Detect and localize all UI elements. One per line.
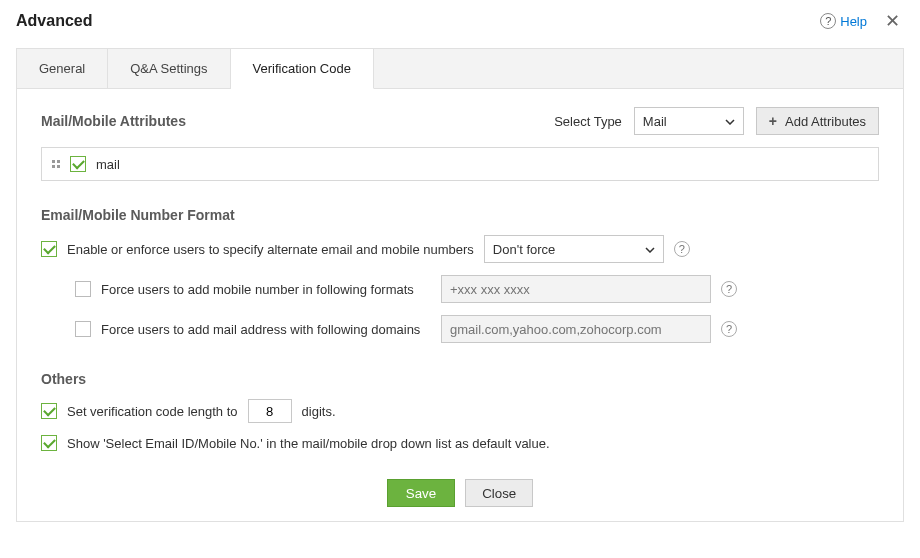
- tab-general[interactable]: General: [17, 49, 108, 88]
- default-dropdown-label: Show 'Select Email ID/Mobile No.' in the…: [67, 436, 550, 451]
- plus-icon: +: [769, 113, 777, 129]
- help-icon[interactable]: ?: [674, 241, 690, 257]
- mail-domain-input[interactable]: [441, 315, 711, 343]
- add-attributes-label: Add Attributes: [785, 114, 866, 129]
- code-length-input[interactable]: [248, 399, 292, 423]
- select-type-label: Select Type: [554, 114, 622, 129]
- force-mobile-format-checkbox[interactable]: [75, 281, 91, 297]
- code-length-prefix: Set verification code length to: [67, 404, 238, 419]
- mail-mobile-attributes-heading: Mail/Mobile Attributes: [41, 113, 186, 129]
- close-button[interactable]: Close: [465, 479, 533, 507]
- attribute-list: mail: [41, 147, 879, 181]
- help-label: Help: [840, 14, 867, 29]
- code-length-checkbox[interactable]: [41, 403, 57, 419]
- tabs: General Q&A Settings Verification Code: [17, 49, 903, 89]
- force-mobile-format-label: Force users to add mobile number in foll…: [101, 282, 431, 297]
- code-length-suffix: digits.: [302, 404, 336, 419]
- drag-handle-icon[interactable]: [52, 160, 60, 168]
- force-mode-dropdown[interactable]: Don't force: [484, 235, 664, 263]
- force-mail-domain-checkbox[interactable]: [75, 321, 91, 337]
- help-icon: ?: [820, 13, 836, 29]
- tab-qa-settings[interactable]: Q&A Settings: [108, 49, 230, 88]
- help-link[interactable]: ? Help: [820, 13, 867, 29]
- attribute-checkbox[interactable]: [70, 156, 86, 172]
- close-icon[interactable]: ✕: [881, 10, 904, 32]
- others-heading: Others: [41, 371, 879, 387]
- save-button[interactable]: Save: [387, 479, 455, 507]
- select-type-value: Mail: [643, 114, 667, 129]
- default-dropdown-checkbox[interactable]: [41, 435, 57, 451]
- force-mail-domain-label: Force users to add mail address with fol…: [101, 322, 431, 337]
- email-mobile-format-heading: Email/Mobile Number Format: [41, 207, 879, 223]
- enable-alternate-checkbox[interactable]: [41, 241, 57, 257]
- force-mode-value: Don't force: [493, 242, 555, 257]
- select-type-dropdown[interactable]: Mail: [634, 107, 744, 135]
- mobile-format-input[interactable]: [441, 275, 711, 303]
- help-icon[interactable]: ?: [721, 321, 737, 337]
- attribute-label: mail: [96, 157, 120, 172]
- tab-verification-code[interactable]: Verification Code: [231, 49, 374, 89]
- add-attributes-button[interactable]: + Add Attributes: [756, 107, 879, 135]
- chevron-down-icon: [645, 242, 655, 256]
- enable-alternate-label: Enable or enforce users to specify alter…: [67, 242, 474, 257]
- chevron-down-icon: [725, 114, 735, 128]
- page-title: Advanced: [16, 12, 92, 30]
- help-icon[interactable]: ?: [721, 281, 737, 297]
